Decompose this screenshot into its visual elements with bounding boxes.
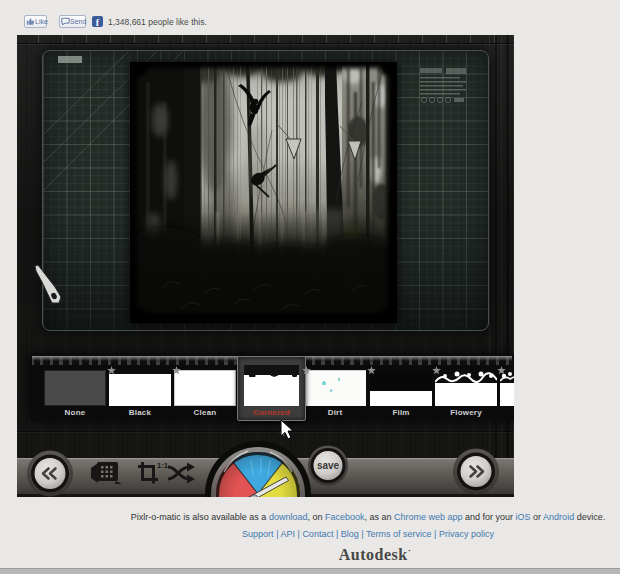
svg-text:1:1: 1:1 <box>157 461 168 470</box>
svg-text:save: save <box>317 460 340 471</box>
